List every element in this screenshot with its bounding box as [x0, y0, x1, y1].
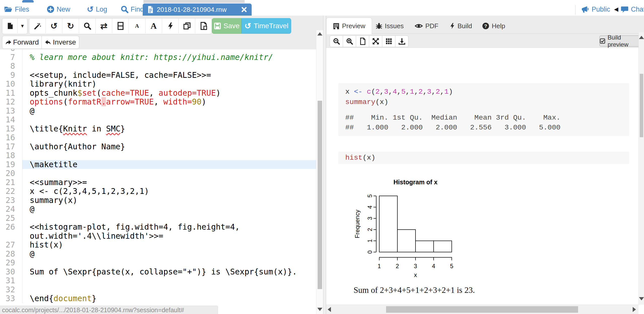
check-square-icon	[600, 38, 605, 44]
find-label: Find	[131, 6, 144, 13]
editor-line-28[interactable]: 28@	[0, 250, 316, 259]
build-now-button[interactable]	[162, 18, 179, 33]
scroll-up-arrow[interactable]	[639, 36, 644, 39]
line-number: 10	[0, 80, 22, 89]
file-tab-active[interactable]: 2018-01-28-210904.rnw	[143, 4, 252, 16]
editor-line-16[interactable]: 16	[0, 133, 316, 142]
pane-divider[interactable]	[323, 16, 326, 314]
search-button[interactable]	[79, 18, 96, 33]
replace-button[interactable]: ⇄	[96, 18, 112, 33]
search-icon	[121, 6, 128, 13]
chat-button[interactable]: ◀ Chat	[614, 3, 644, 16]
tab-help[interactable]: ? Help	[482, 18, 505, 34]
svg-text:3: 3	[414, 263, 417, 269]
scroll-right-arrow[interactable]	[633, 307, 636, 312]
undo-button[interactable]: ↺	[46, 18, 62, 33]
nav-divider	[575, 5, 576, 15]
editor-line-33[interactable]: 33\end{document}	[0, 294, 316, 303]
editor-line-20[interactable]: 20	[0, 169, 316, 178]
line-number: 33	[0, 294, 22, 303]
zoom-out-button[interactable]	[330, 36, 343, 47]
editor-line-22[interactable]: 22x <- c(2,3,4,5,1,2,3,2,1)	[0, 187, 316, 196]
timetravel-button[interactable]: ↺ TimeTravel	[242, 18, 291, 34]
megaphone-icon	[580, 6, 589, 13]
tab-pdf[interactable]: PDF	[415, 18, 438, 34]
svg-text:Histogram of x: Histogram of x	[393, 179, 437, 186]
scroll-down-arrow[interactable]	[317, 308, 322, 311]
plus-circle-icon	[47, 6, 54, 13]
build-preview-button[interactable]: Build preview	[599, 36, 641, 47]
preview-horizontal-scrollbar[interactable]	[326, 305, 638, 314]
fit-page-button[interactable]	[356, 36, 369, 47]
editor-line-15[interactable]: 15\title{Knitr in SMC}	[0, 124, 316, 133]
files-button[interactable]: Files	[4, 3, 29, 16]
editor-line-26[interactable]: 26<<histogram-plot, fig.width=4, fig.hei…	[0, 223, 316, 240]
increase-font-button[interactable]: A	[145, 18, 162, 33]
code-editor[interactable]: 67% learn more about knitr: https://yihu…	[0, 49, 316, 314]
editor-line-23[interactable]: 23summary(x)	[0, 196, 316, 205]
line-number: 24	[0, 205, 22, 214]
preview-scroll-thumb[interactable]	[640, 74, 643, 137]
log-button[interactable]: ↺ Log	[87, 3, 107, 16]
editor-line-29[interactable]: 29	[0, 258, 316, 267]
tex-file-icon	[147, 6, 154, 14]
copy-button[interactable]	[179, 18, 195, 33]
format-wand-button[interactable]	[29, 18, 46, 33]
decrease-font-button[interactable]: A	[129, 18, 145, 33]
editor-vertical-scrollbar[interactable]	[316, 30, 323, 314]
file-type-dropdown[interactable]: ▾	[18, 18, 27, 33]
redo-button[interactable]: ↻	[62, 18, 79, 33]
preview-icon	[333, 23, 339, 30]
forward-label: Forward	[13, 38, 39, 46]
editor-scroll-thumb[interactable]	[318, 101, 322, 289]
grid-view-button[interactable]	[382, 36, 395, 47]
public-button[interactable]: Public	[580, 3, 610, 16]
editor-line-12[interactable]: 12options(formatR.arrow=TRUE, width=90)	[0, 97, 316, 107]
paste-button[interactable]	[195, 18, 212, 33]
editor-line-27[interactable]: 27hist(x)	[0, 240, 316, 250]
scroll-down-arrow[interactable]	[639, 297, 644, 300]
split-view-button[interactable]	[112, 18, 129, 33]
scroll-up-arrow[interactable]	[317, 32, 322, 36]
zoom-out-icon	[333, 38, 340, 45]
inverse-button[interactable]: Inverse	[42, 36, 79, 49]
preview-vertical-scrollbar[interactable]	[638, 32, 644, 305]
editor-line-13[interactable]: 13@	[0, 107, 316, 116]
new-file-button[interactable]	[2, 18, 18, 33]
scroll-left-arrow[interactable]	[328, 307, 331, 312]
line-number: 15	[0, 124, 22, 133]
download-button[interactable]	[395, 36, 408, 47]
save-button[interactable]: Save	[212, 18, 242, 34]
editor-line-11[interactable]: 11opts_chunk$set(cache=TRUE, autodep=TRU…	[0, 89, 316, 98]
find-button[interactable]: Find	[121, 3, 144, 16]
editor-line-32[interactable]: 32	[0, 285, 316, 294]
tab-build[interactable]: Build	[449, 18, 472, 34]
editor-line-18[interactable]: 18	[0, 151, 316, 160]
editor-line-30[interactable]: 30Sum of \Sexpr{paste(x, collapse="+")} …	[0, 267, 316, 276]
editor-line-7[interactable]: 7% learn more about knitr: https://yihui…	[0, 53, 316, 62]
preview-hscroll-thumb[interactable]	[386, 306, 578, 313]
tab-build-label: Build	[458, 22, 472, 30]
line-content: hist(x)	[22, 240, 316, 250]
editor-line-19[interactable]: 19\maketitle	[0, 160, 316, 169]
editor-line-31[interactable]: 31	[0, 276, 316, 285]
editor-line-9[interactable]: 9<<setup, include=FALSE, cache=FALSE>>=	[0, 71, 316, 80]
editor-line-14[interactable]: 14	[0, 115, 316, 124]
line-number: 16	[0, 133, 22, 142]
close-icon[interactable]	[241, 7, 247, 13]
zoom-in-button[interactable]	[343, 36, 356, 47]
editor-line-6[interactable]: 6	[0, 49, 316, 53]
fullscreen-button[interactable]	[369, 36, 382, 47]
tab-preview[interactable]: Preview	[326, 18, 372, 34]
folder-open-icon	[4, 6, 13, 13]
new-button[interactable]: New	[47, 3, 70, 16]
tab-preview-label: Preview	[342, 22, 365, 30]
editor-line-17[interactable]: 17\author{Author Name}	[0, 142, 316, 151]
editor-line-21[interactable]: 21<<summary>>=	[0, 178, 316, 187]
forward-button[interactable]: Forward	[2, 36, 42, 49]
editor-line-24[interactable]: 24@	[0, 205, 316, 214]
editor-line-25[interactable]: 25	[0, 214, 316, 223]
editor-line-8[interactable]: 8	[0, 62, 316, 71]
editor-line-10[interactable]: 10library(knitr)	[0, 80, 316, 89]
tab-issues[interactable]: Issues	[376, 18, 404, 34]
